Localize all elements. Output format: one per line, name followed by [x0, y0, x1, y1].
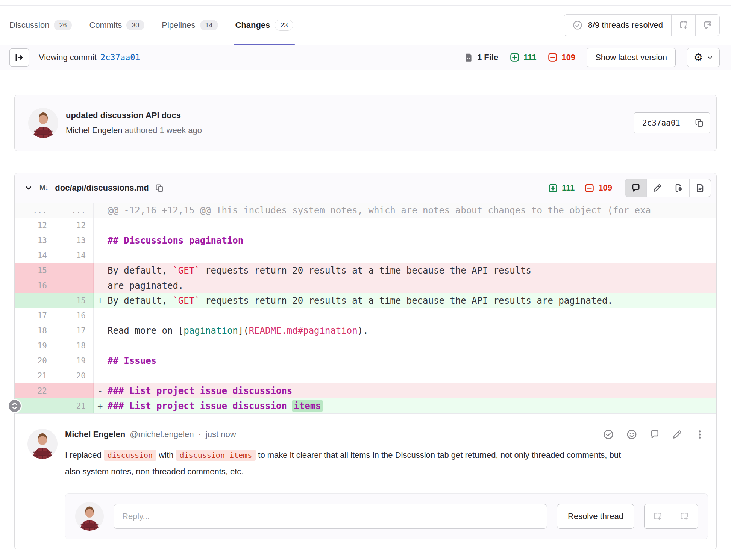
new-line-number[interactable]: 20 — [55, 368, 94, 383]
comment-content: Michel Engelen @michel.engelen · just no… — [65, 429, 708, 539]
diff-row: 2019## Issues — [15, 353, 716, 368]
file-browser-toggle-button[interactable] — [9, 48, 29, 67]
old-line-number[interactable]: 20 — [15, 353, 55, 368]
markdown-file-icon: M↓ — [39, 184, 48, 192]
tab-count-badge: 23 — [275, 20, 293, 31]
jump-to-next-unresolved-button[interactable] — [671, 504, 698, 529]
tab-discussion[interactable]: Discussion 26 — [9, 6, 72, 45]
discussion-thread: Michel Engelen @michel.engelen · just no… — [15, 413, 716, 549]
add-reaction-button[interactable] — [626, 429, 637, 440]
code-segment: requests return 20 results at a time bec… — [200, 265, 531, 276]
new-line-number[interactable]: 18 — [55, 338, 94, 353]
diff-line-content: -By default, `GET` requests return 20 re… — [94, 263, 716, 278]
new-line-number[interactable]: 12 — [55, 218, 94, 233]
edit-comment-button[interactable] — [672, 429, 682, 440]
jump-to-next-thread-button[interactable] — [671, 15, 695, 36]
file-path-link[interactable]: doc/api/discussions.md — [55, 183, 149, 193]
resolve-thread-button[interactable]: Resolve thread — [557, 504, 634, 529]
old-line-number[interactable]: 17 — [15, 308, 55, 323]
new-line-number[interactable]: 13 — [55, 233, 94, 248]
additions-stat: 111 — [510, 52, 536, 62]
diff-row: 1414 — [15, 248, 716, 263]
smiley-icon — [626, 429, 637, 440]
collapse-file-button[interactable] — [23, 184, 34, 192]
diff-row: 1313## Discussions pagination — [15, 233, 716, 248]
kebab-menu-icon — [695, 429, 705, 440]
resolve-thread-toggle-button[interactable] — [603, 429, 614, 440]
avatar — [75, 502, 104, 531]
new-line-number[interactable]: 14 — [55, 248, 94, 263]
code-segment: ### List project issue discussion — [108, 401, 292, 411]
quote-reply-button[interactable] — [649, 429, 660, 440]
comment-body: I replaced discussion with discussion it… — [65, 447, 629, 480]
comment-arrow-icon — [702, 20, 713, 30]
old-line-number[interactable]: 12 — [15, 218, 55, 233]
diff-row: 2120 — [15, 368, 716, 383]
copy-commit-hash-button[interactable] — [689, 112, 710, 133]
avatar — [27, 429, 58, 459]
file-count-label: 1 File — [477, 53, 498, 62]
viewing-commit-hash-link[interactable]: 2c37aa01 — [100, 53, 140, 62]
old-line-number[interactable]: 21 — [15, 368, 55, 383]
tab-commits[interactable]: Commits 30 — [89, 6, 144, 45]
diff-line-content: ## Issues — [94, 353, 716, 368]
old-line-number[interactable]: 22 — [15, 383, 55, 398]
threads-resolved-area: 8/9 threads resolved — [564, 6, 720, 45]
comment-author-link[interactable]: Michel Engelen — [65, 430, 125, 439]
old-line-number[interactable]: 18 — [15, 323, 55, 338]
chevron-down-icon — [24, 184, 33, 192]
comment: Michel Engelen @michel.engelen · just no… — [27, 429, 708, 539]
new-line-number[interactable] — [55, 278, 94, 293]
toggle-threads-button[interactable] — [695, 15, 719, 36]
comment-separator: · — [198, 430, 201, 439]
diff-row: 1212 — [15, 218, 716, 233]
mr-tabbar: Discussion 26 Commits 30 Pipelines 14 Ch… — [0, 5, 731, 45]
old-line-number[interactable]: 14 — [15, 248, 55, 263]
new-line-number[interactable]: 16 — [55, 308, 94, 323]
old-line-number[interactable]: 19 — [15, 338, 55, 353]
view-file-button[interactable] — [689, 179, 711, 197]
new-line-number[interactable]: 17 — [55, 323, 94, 338]
add-comment-to-thread-button[interactable] — [644, 504, 671, 529]
code-segment: By default, — [108, 295, 173, 306]
diff-line-content — [94, 248, 716, 263]
diff-line-content — [94, 308, 716, 323]
reply-input[interactable] — [114, 504, 547, 529]
code-segment: Read more on [ — [108, 325, 184, 336]
commit-info: updated discussion API docs Michel Engel… — [66, 110, 202, 135]
tab-changes[interactable]: Changes 23 — [235, 6, 294, 45]
diff-line-prefix: - — [97, 278, 108, 293]
show-latest-version-button[interactable]: Show latest version — [587, 48, 676, 67]
tab-pipelines[interactable]: Pipelines 14 — [162, 6, 218, 45]
old-line-number[interactable]: 13 — [15, 233, 55, 248]
code-segment: ## Discussions pagination — [108, 235, 243, 246]
file-count: 1 File — [464, 53, 498, 62]
diff-row: 1716 — [15, 308, 716, 323]
new-line-number[interactable] — [55, 263, 94, 278]
diff-line-prefix: - — [97, 263, 108, 278]
tab-label: Changes — [235, 20, 270, 30]
more-actions-button[interactable] — [695, 429, 705, 440]
new-line-number[interactable]: 21 — [55, 398, 94, 413]
toggle-comments-button[interactable] — [625, 179, 647, 197]
copy-file-path-button[interactable] — [155, 183, 164, 193]
edit-file-button[interactable] — [646, 179, 668, 197]
diff-row: ......@@ -12,16 +12,15 @@ This includes … — [15, 203, 716, 218]
code-segment: discussion — [104, 450, 156, 461]
diff-line-content: ## Discussions pagination — [94, 233, 716, 248]
code-segment: @@ -12,16 +12,15 @@ This includes system… — [108, 205, 651, 216]
old-line-number[interactable]: 16 — [15, 278, 55, 293]
code-segment: discussion items — [176, 450, 256, 461]
new-line-number[interactable] — [55, 383, 94, 398]
diff-settings-button[interactable]: ⚙ — [687, 48, 720, 67]
file-additions-count: 111 — [562, 183, 575, 193]
expand-diff-button[interactable] — [8, 399, 22, 413]
pencil-icon — [652, 183, 662, 193]
old-line-number[interactable]: 15 — [15, 263, 55, 278]
tab-count-badge: 14 — [200, 20, 218, 30]
commit-hash-button[interactable]: 2c37aa01 — [634, 112, 689, 133]
old-line-number[interactable] — [15, 293, 55, 308]
compare-versions-button[interactable] — [668, 179, 690, 197]
new-line-number[interactable]: 15 — [55, 293, 94, 308]
new-line-number[interactable]: 19 — [55, 353, 94, 368]
